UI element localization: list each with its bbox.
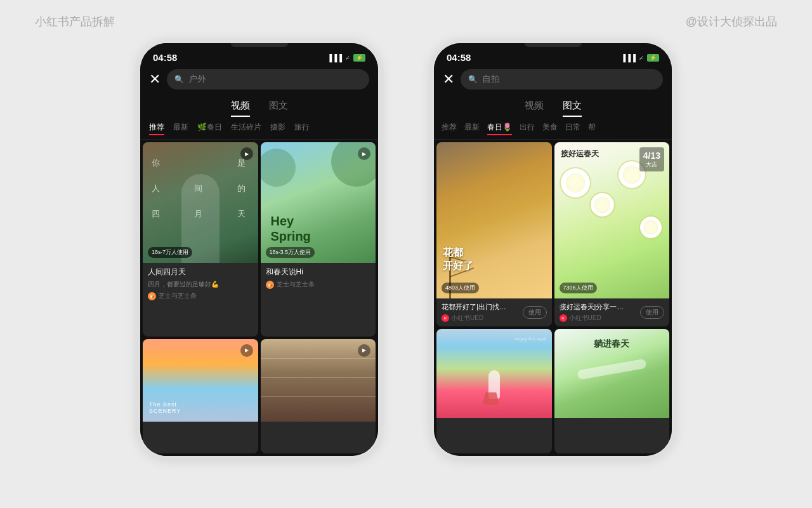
left-close-btn[interactable]: ✕ (149, 72, 160, 86)
right-card2-users: 7306人使用 (560, 283, 597, 293)
right-phone-outer: 04:58 ▐▐▐ ⌿ ⚡ ✕ 🔍 自拍 (431, 41, 674, 458)
right-card2-top-text: 接好运春天 (561, 149, 599, 159)
left-notch-area: 04:58 ▐▐▐ ⌿ ⚡ (140, 43, 378, 63)
left-card3-scenery-text: The BestSCENERY (149, 401, 181, 414)
left-cat-spring[interactable]: 🌿春日 (197, 122, 222, 135)
left-card-2-author-name: 芝士与芝士条 (277, 280, 315, 289)
left-card-3[interactable]: ▶ The BestSCENERY (143, 339, 258, 454)
right-card-1-title: 花都开好了|出门找春天 (442, 302, 511, 312)
left-card-2[interactable]: HeySpring ▶ 18s·3.5万人使用 和春天说Hi 🍞 芝士与芝士条 (261, 142, 376, 337)
page-header: 小红书产品拆解 @设计大侦探出品 (0, 0, 812, 36)
right-card-1-author-name: 小红书UED (451, 314, 483, 323)
left-cat-life[interactable]: 生活碎片 (231, 122, 261, 135)
right-content-grid: 花都开好了 4803人使用 花都开好了|出门找春天 R 小红书UED (434, 140, 672, 456)
right-tab-graphic[interactable]: 图文 (563, 100, 582, 117)
right-card-2-use-btn[interactable]: 使用 (640, 306, 664, 319)
right-tab-bar: 视频 图文 (434, 95, 672, 117)
right-search-box[interactable]: 🔍 自拍 (461, 69, 663, 90)
right-cat-more[interactable]: 帮 (588, 122, 596, 135)
right-signal-icon: ▐▐▐ (621, 54, 636, 62)
left-content-grid: 你 是 人 间 的 四 月 天 ▶ 18s·7万人使用 (140, 140, 378, 456)
left-cat-recommend[interactable]: 推荐 (149, 122, 164, 135)
right-card3-field-text: enjoy the april (515, 335, 547, 342)
right-cat-spring[interactable]: 春日🌷 (487, 122, 512, 135)
right-close-btn[interactable]: ✕ (443, 72, 454, 86)
left-status-icons: ▐▐▐ ⌿ ⚡ (327, 53, 365, 62)
right-card-2-author-row: R 小红书UED (560, 314, 629, 323)
left-category-bar: 推荐 最新 🌿春日 生活碎片 摄影 旅行 (140, 117, 378, 140)
right-search-area: ✕ 🔍 自拍 (434, 64, 672, 95)
signal-icon: ▐▐▐ (327, 54, 342, 62)
right-search-icon: 🔍 (468, 75, 478, 84)
right-cat-latest[interactable]: 最新 (464, 122, 480, 135)
right-card4-chunru-text: 躺进春天 (594, 338, 629, 350)
left-phone-outer: 04:58 ▐▐▐ ⌿ ⚡ ✕ 🔍 户外 (138, 41, 381, 458)
left-cat-latest[interactable]: 最新 (173, 122, 188, 135)
right-card-4-image: 躺进春天 (554, 329, 670, 418)
right-card-2-author-name: 小红书UED (569, 314, 601, 323)
right-card-2-title: 接好运春天|分享一个... (560, 302, 629, 312)
left-card1-play: ▶ (240, 147, 253, 160)
left-card2-hey-spring: HeySpring (271, 213, 311, 244)
left-search-placeholder: 户外 (188, 74, 206, 85)
right-cat-food[interactable]: 美食 (542, 122, 558, 135)
right-card-1[interactable]: 花都开好了 4803人使用 花都开好了|出门找春天 R 小红书UED (436, 142, 552, 326)
left-phone-frame: 04:58 ▐▐▐ ⌿ ⚡ ✕ 🔍 户外 (140, 43, 378, 456)
left-card-1-author: 🍞 芝士与芝士条 (148, 291, 253, 300)
left-card-4-image: ▶ (261, 339, 376, 422)
left-cat-travel[interactable]: 旅行 (294, 122, 310, 135)
right-card-1-author-row: R 小红书UED (442, 314, 511, 323)
right-card2-avatar: R (560, 314, 567, 322)
right-card1-avatar: R (442, 314, 449, 322)
header-right-title: @设计大侦探出品 (686, 14, 777, 29)
left-status-time: 04:58 (153, 52, 177, 63)
left-search-area: ✕ 🔍 户外 (140, 64, 378, 95)
right-wifi-icon: ⌿ (639, 53, 644, 62)
left-tab-graphic[interactable]: 图文 (269, 100, 288, 117)
left-card-1-avatar: 🍞 (148, 292, 156, 300)
left-card-1-title: 人间四月天 (148, 267, 253, 277)
left-card-2-author: 🍞 芝士与芝士条 (266, 280, 371, 289)
right-notch (525, 43, 582, 47)
left-search-box[interactable]: 🔍 户外 (167, 69, 369, 90)
right-card-1-use-btn[interactable]: 使用 (523, 306, 547, 319)
right-card-4[interactable]: 躺进春天 (554, 329, 670, 453)
wifi-icon: ⌿ (345, 53, 350, 62)
right-card-1-image: 花都开好了 4803人使用 (436, 142, 552, 298)
right-cat-daily[interactable]: 日常 (565, 122, 580, 135)
right-notch-area: 04:58 ▐▐▐ ⌿ ⚡ (434, 43, 672, 63)
left-card-2-image: HeySpring ▶ 18s·3.5万人使用 (261, 142, 376, 263)
left-tab-video[interactable]: 视频 (231, 100, 250, 117)
left-search-icon: 🔍 (174, 75, 184, 84)
right-card1-flower-text: 花都开好了 (443, 246, 473, 273)
right-card1-users: 4803人使用 (442, 283, 479, 293)
right-status-icons: ▐▐▐ ⌿ ⚡ (621, 53, 659, 62)
right-cat-outing[interactable]: 出行 (520, 122, 535, 135)
right-card-3-image: enjoy the april (436, 329, 552, 418)
right-cat-recommend[interactable]: 推荐 (442, 122, 457, 135)
left-card-1-author-name: 芝士与芝士条 (159, 291, 197, 300)
left-card-4[interactable]: ▶ (261, 339, 376, 454)
right-card2-date-badge: 4/13 大吉 (639, 147, 664, 171)
left-tab-bar: 视频 图文 (140, 95, 378, 117)
left-notch (231, 43, 288, 47)
left-card4-play: ▶ (358, 344, 370, 357)
right-card-3[interactable]: enjoy the april (436, 329, 552, 453)
right-battery-icon: ⚡ (647, 54, 659, 62)
right-card-1-footer: 花都开好了|出门找春天 R 小红书UED 使用 (436, 298, 552, 326)
left-card-2-info: 和春天说Hi 🍞 芝士与芝士条 (261, 263, 376, 293)
left-card1-duration: 18s·7万人使用 (148, 247, 192, 258)
right-card-2-footer: 接好运春天|分享一个... R 小红书UED 使用 (554, 298, 670, 326)
phones-row: 04:58 ▐▐▐ ⌿ ⚡ ✕ 🔍 户外 (0, 41, 812, 458)
right-card-2-image: 接好运春天 4/13 大吉 7306人使用 (554, 142, 670, 298)
header-left-title: 小红书产品拆解 (35, 14, 115, 29)
battery-icon: ⚡ (353, 54, 365, 62)
left-card-1-subtitle: 四月，都要过的足够好💪 (148, 280, 253, 289)
right-card-2[interactable]: 接好运春天 4/13 大吉 7306人使用 接好运春天|分享一个... (554, 142, 670, 326)
right-tab-video[interactable]: 视频 (525, 100, 544, 117)
left-cat-photo[interactable]: 摄影 (270, 122, 285, 135)
left-card-1[interactable]: 你 是 人 间 的 四 月 天 ▶ 18s·7万人使用 (143, 142, 258, 337)
left-card-3-image: ▶ The BestSCENERY (143, 339, 258, 422)
right-search-placeholder: 自拍 (482, 74, 500, 85)
right-status-time: 04:58 (447, 52, 471, 63)
